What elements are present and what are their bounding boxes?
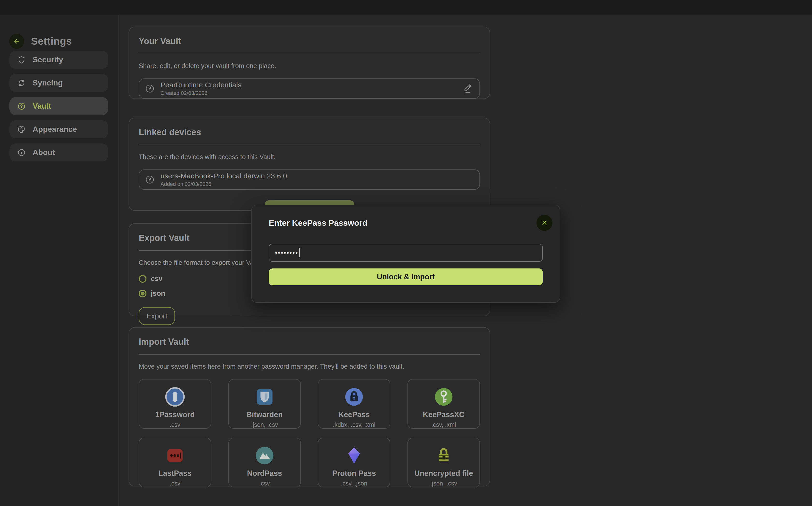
nordpass-icon	[254, 444, 276, 467]
export-button[interactable]: Export	[139, 307, 175, 325]
lastpass-icon	[164, 444, 186, 467]
modal-title: Enter KeePass Password	[269, 218, 367, 228]
section-description: Move your saved items here from another …	[139, 363, 480, 370]
password-input[interactable]: ••••••••	[269, 244, 543, 262]
import-provider-keepassxc[interactable]: KeePassXC .csv, .xml	[407, 379, 480, 429]
import-provider-lastpass[interactable]: LastPass .csv	[139, 438, 211, 487]
protonpass-icon	[343, 444, 365, 467]
sidebar-item-syncing[interactable]: Syncing	[9, 74, 108, 92]
import-provider-nordpass[interactable]: NordPass .csv	[228, 438, 301, 487]
provider-formats: .csv	[170, 480, 180, 487]
provider-formats: .json, .csv	[430, 480, 457, 487]
app-window: Settings Security Syncing Vault	[0, 0, 812, 506]
vault-name: PearRuntime Credentials	[160, 81, 242, 89]
sidebar-item-security[interactable]: Security	[9, 51, 108, 69]
close-icon	[540, 219, 549, 227]
back-button[interactable]	[9, 34, 24, 49]
provider-formats: .kdbx, .csv, .xml	[333, 421, 375, 428]
vault-row-text: PearRuntime Credentials Created 02/03/20…	[160, 81, 242, 96]
import-provider-protonpass[interactable]: Proton Pass .csv, .json	[318, 438, 390, 487]
keepass-icon	[343, 386, 365, 408]
1password-icon	[164, 386, 186, 408]
keepass-password-modal: Enter KeePass Password •••••••• Unlock &…	[251, 205, 560, 303]
divider	[139, 54, 480, 54]
section-title: Your Vault	[139, 36, 480, 47]
edit-vault-button[interactable]	[462, 83, 473, 94]
import-provider-unencrypted-file[interactable]: Unencrypted file .json, .csv	[407, 438, 480, 487]
section-title: Import Vault	[139, 337, 480, 347]
import-vault-card: Import Vault Move your saved items here …	[129, 327, 490, 487]
close-button[interactable]	[537, 215, 552, 231]
keepassxc-icon	[432, 386, 455, 408]
sync-icon	[17, 79, 26, 87]
provider-name: Bitwarden	[247, 410, 283, 419]
sidebar-item-label: Syncing	[32, 78, 63, 87]
sidebar-item-label: Appearance	[32, 125, 77, 134]
provider-name: NordPass	[247, 469, 282, 478]
provider-formats: .csv	[259, 480, 270, 487]
radio-selected-icon	[139, 290, 146, 298]
device-name: users-MacBook-Pro.local darwin 23.6.0	[160, 172, 287, 180]
arrow-left-icon	[13, 37, 21, 46]
section-description: These are the devices with access to thi…	[139, 153, 480, 161]
provider-name: 1Password	[155, 410, 195, 419]
provider-formats: .csv, .json	[341, 480, 367, 487]
your-vault-card: Your Vault Share, edit, or delete your v…	[129, 26, 490, 99]
radio-unselected-icon	[139, 275, 146, 283]
password-masked-value: ••••••••	[275, 250, 298, 256]
device-meta: Added on 02/03/2026	[160, 181, 287, 187]
key-icon	[144, 174, 155, 185]
info-icon	[17, 148, 26, 157]
sidebar-item-label: Vault	[32, 102, 51, 110]
sidebar-item-vault[interactable]: Vault	[9, 97, 108, 115]
section-description: Share, edit, or delete your vault from o…	[139, 62, 480, 70]
provider-name: KeePass	[339, 410, 370, 419]
sidebar-item-label: Security	[32, 55, 63, 64]
text-caret	[299, 248, 300, 257]
radio-label: csv	[151, 275, 162, 283]
window-titlebar	[0, 0, 812, 15]
shield-icon	[17, 56, 26, 64]
sidebar-header: Settings	[9, 34, 72, 49]
sidebar-item-about[interactable]: About	[9, 143, 108, 162]
key-icon	[144, 83, 155, 94]
key-icon	[17, 102, 26, 110]
provider-name: Unencrypted file	[414, 469, 473, 478]
import-provider-grid: 1Password .csv Bitwarden .json, .csv Kee…	[139, 379, 480, 487]
unlock-import-button[interactable]: Unlock & Import	[269, 268, 543, 285]
settings-sidebar: Settings Security Syncing Vault	[0, 15, 119, 506]
vault-row[interactable]: PearRuntime Credentials Created 02/03/20…	[139, 78, 480, 99]
edit-icon	[462, 83, 473, 94]
provider-name: KeePassXC	[423, 410, 465, 419]
import-provider-1password[interactable]: 1Password .csv	[139, 379, 211, 429]
linked-devices-card: Linked devices These are the devices wit…	[129, 117, 490, 211]
import-provider-keepass[interactable]: KeePass .kdbx, .csv, .xml	[318, 379, 390, 429]
modal-header: Enter KeePass Password	[269, 215, 543, 231]
provider-name: Proton Pass	[332, 469, 376, 478]
provider-formats: .csv	[170, 421, 180, 428]
provider-name: LastPass	[158, 469, 191, 478]
import-provider-bitwarden[interactable]: Bitwarden .json, .csv	[228, 379, 301, 429]
divider	[139, 354, 480, 355]
palette-icon	[17, 125, 26, 134]
divider	[139, 145, 480, 145]
section-title: Linked devices	[139, 127, 480, 137]
provider-formats: .csv, .xml	[431, 421, 456, 428]
vault-meta: Created 02/03/2026	[160, 90, 242, 96]
provider-formats: .json, .csv	[251, 421, 278, 428]
unencrypted-lock-icon	[432, 444, 455, 467]
bitwarden-icon	[254, 386, 276, 408]
device-row-text: users-MacBook-Pro.local darwin 23.6.0 Ad…	[160, 172, 287, 187]
sidebar-item-label: About	[32, 148, 55, 157]
sidebar-item-appearance[interactable]: Appearance	[9, 120, 108, 138]
radio-label: json	[151, 289, 165, 298]
page-title: Settings	[31, 35, 72, 47]
sidebar-nav: Security Syncing Vault Appearance	[9, 51, 108, 162]
device-row[interactable]: users-MacBook-Pro.local darwin 23.6.0 Ad…	[139, 169, 480, 190]
